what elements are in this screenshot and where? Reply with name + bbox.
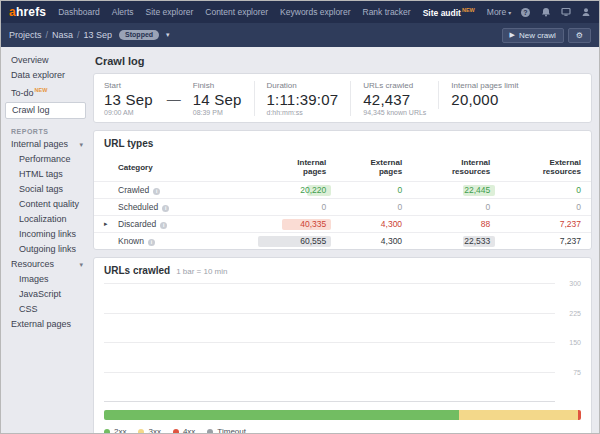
sidebar-item-outgoing-links[interactable]: Outgoing links	[1, 242, 91, 257]
sidebar-item-external-pages[interactable]: External pages	[1, 317, 91, 332]
sidebar-item-javascript[interactable]: JavaScript	[1, 287, 91, 302]
chevron-down-icon[interactable]: ▾	[166, 31, 170, 39]
stat-start: Start13 Sep09:00 AM	[104, 81, 165, 116]
sidebar-item-label: CSS	[19, 304, 38, 315]
sidebar-item-performance[interactable]: Performance	[1, 152, 91, 167]
user-icon[interactable]	[580, 7, 591, 18]
sidebar-item-crawl-log[interactable]: Crawl log	[5, 102, 86, 119]
stat-internal-pages-limit: Internal pages limit20,000	[438, 81, 530, 109]
table-cell: 0	[412, 199, 500, 216]
row-category: Knowni	[94, 233, 263, 250]
table-row: Knowni60,5554,30022,5337,237	[94, 233, 591, 250]
sidebar-item-label: Overview	[11, 55, 49, 66]
stat-label: Start	[104, 81, 153, 90]
legend-item-3xx[interactable]: 3xx	[138, 427, 160, 433]
ahrefs-logo[interactable]: ahrefs	[9, 5, 46, 19]
sidebar-item-content-quality[interactable]: Content quality	[1, 197, 91, 212]
stat-urls-crawled: URLs crawled42,43794,345 known URLs	[350, 81, 438, 116]
monitor-icon[interactable]	[560, 7, 571, 18]
sidebar-item-label: JavaScript	[19, 289, 61, 300]
y-axis-tick: 300	[569, 280, 581, 287]
table-cell: 0	[500, 182, 591, 199]
status-badge: Stopped	[119, 30, 159, 40]
nav-item-label: Site explorer	[146, 7, 194, 17]
bell-icon[interactable]	[540, 7, 551, 18]
breadcrumb-13-sep[interactable]: 13 Sep	[84, 30, 113, 40]
nav-item-label: Keywords explorer	[280, 7, 350, 17]
date-range-dash: —	[165, 81, 193, 107]
table-cell: 60,555	[263, 233, 336, 250]
sidebar-item-css[interactable]: CSS	[1, 302, 91, 317]
nav-item-alerts[interactable]: Alerts	[112, 7, 134, 17]
nav-item-rank-tracker[interactable]: Rank tracker	[363, 7, 411, 17]
sidebar-item-data-explorer[interactable]: Data explorer	[1, 68, 91, 83]
info-icon[interactable]: i	[148, 239, 155, 246]
cell-value: 4,300	[381, 236, 402, 246]
sidebar-item-label: Crawl log	[12, 105, 50, 116]
stat-duration: Duration1:11:39:07d:hh:mm:ss	[254, 81, 351, 116]
nav-item-site-audit[interactable]: Site auditNEW	[423, 7, 475, 18]
sidebar-item-images[interactable]: Images	[1, 272, 91, 287]
chevron-down-icon[interactable]: ▾	[79, 259, 83, 270]
sidebar-item-resources[interactable]: Resources▾	[1, 257, 91, 272]
sidebar-section-reports: REPORTS	[1, 120, 91, 137]
legend-dot	[207, 429, 213, 434]
table-cell: 7,237	[500, 216, 591, 233]
legend-label: Timeout	[217, 427, 246, 433]
help-icon[interactable]: ?	[520, 7, 531, 18]
cell-value: 0	[321, 202, 326, 212]
sidebar-item-label: Images	[19, 274, 49, 285]
sidebar-item-internal-pages[interactable]: Internal pages▾	[1, 137, 91, 152]
cell-value: 7,237	[560, 236, 581, 246]
cell-value: 22,533	[464, 236, 490, 246]
cell-value: 0	[576, 185, 581, 195]
gear-icon: ⚙	[576, 31, 583, 40]
stat-value: 13 Sep	[104, 91, 153, 108]
sidebar-item-overview[interactable]: Overview	[1, 53, 91, 68]
cell-value: 7,237	[560, 219, 581, 229]
crawl-summary-card: Start13 Sep09:00 AM—Finish14 Sep08:39 PM…	[93, 73, 592, 123]
column-header: Internal resources	[412, 155, 500, 182]
sidebar-item-html-tags[interactable]: HTML tags	[1, 167, 91, 182]
cell-value: 0	[397, 185, 402, 195]
cell-value: 20,220	[300, 185, 326, 195]
chevron-down-icon: ▾	[508, 10, 511, 16]
new-crawl-button[interactable]: ▶New crawl	[502, 28, 564, 43]
cell-value: 22,445	[464, 185, 490, 195]
nav-item-label: Rank tracker	[363, 7, 411, 17]
nav-item-label: Content explorer	[205, 7, 268, 17]
totals-segment-4xx	[578, 410, 581, 420]
project-bar: Projects/Nasa/13 SepStopped▾ ▶New crawl …	[1, 23, 599, 47]
legend-item-timeout[interactable]: Timeout	[207, 427, 246, 433]
expand-icon[interactable]: ▸	[104, 220, 108, 228]
breadcrumb-nasa[interactable]: Nasa	[52, 30, 73, 40]
settings-button[interactable]: ⚙	[568, 28, 591, 43]
sidebar-item-social-tags[interactable]: Social tags	[1, 182, 91, 197]
sidebar-item-to-do[interactable]: To-doNEW	[1, 83, 91, 101]
info-icon[interactable]: i	[153, 188, 160, 195]
nav-item-more[interactable]: More▾	[487, 7, 511, 17]
chevron-down-icon[interactable]: ▾	[79, 139, 83, 150]
breadcrumb-projects[interactable]: Projects	[9, 30, 42, 40]
sidebar-item-incoming-links[interactable]: Incoming links	[1, 227, 91, 242]
cell-value: 60,555	[300, 236, 326, 246]
row-category: Crawledi	[94, 182, 263, 199]
nav-item-label: Site audit	[423, 7, 461, 17]
nav-item-content-explorer[interactable]: Content explorer	[205, 7, 268, 17]
page-title: Crawl log	[95, 55, 592, 67]
sidebar-item-label: Resources	[11, 259, 54, 270]
sidebar-item-label: Content quality	[19, 199, 79, 210]
info-icon[interactable]: i	[160, 222, 167, 229]
sidebar-item-localization[interactable]: Localization	[1, 212, 91, 227]
legend-item-2xx[interactable]: 2xx	[104, 427, 126, 433]
nav-item-label: More	[487, 7, 506, 17]
nav-item-site-explorer[interactable]: Site explorer	[146, 7, 194, 17]
info-icon[interactable]: i	[162, 205, 169, 212]
legend-item-4xx[interactable]: 4xx	[173, 427, 195, 433]
table-cell: 4,300	[336, 216, 412, 233]
nav-item-keywords-explorer[interactable]: Keywords explorer	[280, 7, 350, 17]
category-label: Discarded	[118, 219, 156, 229]
main-panel: Crawl log Start13 Sep09:00 AM—Finish14 S…	[91, 47, 599, 433]
nav-item-dashboard[interactable]: Dashboard	[58, 7, 100, 17]
play-icon: ▶	[510, 31, 515, 39]
